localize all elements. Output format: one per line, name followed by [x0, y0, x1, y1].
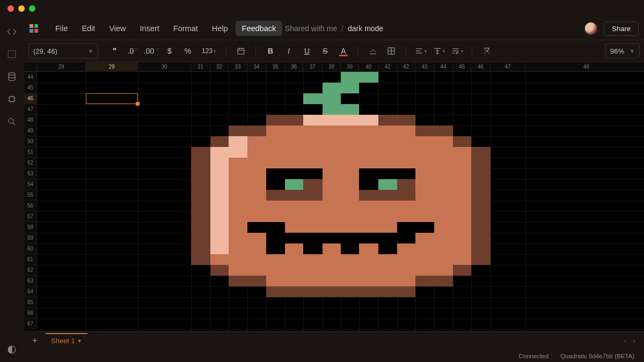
quote-icon[interactable]: ❞ [106, 43, 124, 59]
filled-cell[interactable] [285, 265, 303, 276]
filled-cell[interactable] [453, 190, 471, 201]
filled-cell[interactable] [434, 190, 453, 201]
filled-cell[interactable] [415, 190, 434, 201]
filled-cell[interactable] [378, 190, 397, 201]
filled-cell[interactable] [397, 190, 415, 201]
filled-cell[interactable] [247, 243, 266, 254]
col-header[interactable]: 35 [266, 62, 285, 72]
filled-cell[interactable] [341, 104, 359, 115]
filled-cell[interactable] [359, 243, 378, 254]
zoom-dropdown[interactable]: 96% ▼ [605, 43, 640, 58]
col-header[interactable]: 28 [37, 62, 86, 72]
percent-icon[interactable]: % [179, 43, 197, 59]
filled-cell[interactable] [378, 147, 397, 158]
menu-help[interactable]: Help [206, 21, 235, 36]
filled-cell[interactable] [247, 201, 266, 211]
strikethrough-button[interactable]: S [316, 43, 334, 59]
filled-cell[interactable] [453, 222, 471, 233]
database-icon[interactable] [7, 72, 17, 82]
filled-cell[interactable] [359, 136, 378, 147]
filled-cell[interactable] [434, 243, 453, 254]
filled-cell[interactable] [210, 222, 229, 233]
row-header[interactable]: 47 [24, 104, 36, 115]
currency-icon[interactable]: $ [160, 43, 179, 59]
filled-cell[interactable] [285, 168, 303, 179]
filled-cell[interactable] [210, 201, 229, 211]
row-header[interactable]: 46 [24, 93, 36, 104]
col-header[interactable]: 32 [210, 62, 229, 72]
filled-cell[interactable] [453, 179, 471, 190]
filled-cell[interactable] [434, 201, 453, 211]
share-button[interactable]: Share [604, 21, 639, 36]
filled-cell[interactable] [247, 168, 266, 179]
filled-cell[interactable] [359, 158, 378, 168]
filled-cell[interactable] [323, 158, 341, 168]
filled-cell[interactable] [397, 211, 415, 222]
filled-cell[interactable] [323, 136, 341, 147]
filled-cell[interactable] [229, 190, 247, 201]
filled-cell[interactable] [415, 276, 434, 286]
col-header[interactable]: 38 [323, 62, 341, 72]
filled-cell[interactable] [378, 265, 397, 276]
filled-cell[interactable] [266, 147, 285, 158]
filled-cell[interactable] [191, 254, 210, 265]
menu-insert[interactable]: Insert [134, 21, 166, 36]
row-header[interactable]: 54 [24, 179, 36, 190]
filled-cell[interactable] [323, 222, 341, 233]
filled-cell[interactable] [285, 201, 303, 211]
filled-cell[interactable] [378, 179, 397, 190]
align-horizontal-dropdown[interactable]: ▾ [412, 43, 430, 59]
traffic-close[interactable] [8, 5, 14, 12]
filled-cell[interactable] [210, 254, 229, 265]
avatar[interactable] [584, 22, 597, 35]
search-icon[interactable] [7, 117, 17, 127]
filled-cell[interactable] [285, 125, 303, 136]
filled-cell[interactable] [434, 136, 453, 147]
filled-cell[interactable] [266, 158, 285, 168]
cells-canvas[interactable] [37, 72, 644, 331]
col-header[interactable]: 47 [491, 62, 525, 72]
filled-cell[interactable] [323, 179, 341, 190]
filled-cell[interactable] [434, 254, 453, 265]
filled-cell[interactable] [210, 136, 229, 147]
filled-cell[interactable] [471, 211, 491, 222]
filled-cell[interactable] [266, 233, 285, 243]
filled-cell[interactable] [303, 168, 323, 179]
row-header[interactable]: 62 [24, 265, 36, 276]
filled-cell[interactable] [378, 125, 397, 136]
filled-cell[interactable] [247, 265, 266, 276]
clear-format-button[interactable] [478, 43, 496, 59]
filled-cell[interactable] [341, 158, 359, 168]
filled-cell[interactable] [378, 168, 397, 179]
row-header[interactable]: 60 [24, 243, 36, 254]
filled-cell[interactable] [266, 276, 285, 286]
traffic-minimize[interactable] [18, 5, 25, 12]
filled-cell[interactable] [453, 243, 471, 254]
filled-cell[interactable] [323, 243, 341, 254]
italic-button[interactable]: I [280, 43, 298, 59]
increase-decimal-icon[interactable]: .00→ [142, 43, 160, 59]
row-header[interactable]: 55 [24, 190, 36, 201]
filled-cell[interactable] [323, 190, 341, 201]
filled-cell[interactable] [378, 276, 397, 286]
filled-cell[interactable] [303, 147, 323, 158]
col-header[interactable]: 42 [397, 62, 415, 72]
column-headers[interactable]: 2829303132333435363738394041424344454647… [24, 62, 644, 72]
filled-cell[interactable] [359, 211, 378, 222]
filled-cell[interactable] [266, 168, 285, 179]
filled-cell[interactable] [359, 72, 378, 83]
filled-cell[interactable] [229, 125, 247, 136]
filled-cell[interactable] [210, 147, 229, 158]
filled-cell[interactable] [453, 254, 471, 265]
filled-cell[interactable] [341, 265, 359, 276]
filled-cell[interactable] [285, 190, 303, 201]
filled-cell[interactable] [434, 179, 453, 190]
filled-cell[interactable] [341, 72, 359, 83]
filled-cell[interactable] [434, 147, 453, 158]
filled-cell[interactable] [415, 179, 434, 190]
filled-cell[interactable] [229, 158, 247, 168]
filled-cell[interactable] [191, 211, 210, 222]
sheet-tab-active[interactable]: Sheet 1 ▼ [46, 333, 87, 348]
filled-cell[interactable] [359, 254, 378, 265]
filled-cell[interactable] [323, 233, 341, 243]
